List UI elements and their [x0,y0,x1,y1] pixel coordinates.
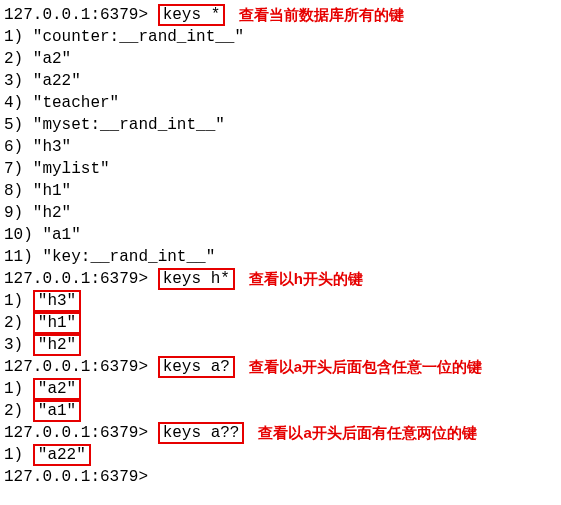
terminal-line: 127.0.0.1:6379> [4,466,557,488]
result-line: 10) "a1" [4,224,557,246]
prompt: 127.0.0.1:6379> [4,468,148,486]
boxed-command-keys-a2: keys a?? [158,422,245,444]
prompt: 127.0.0.1:6379> [4,358,148,376]
boxed-value: "h2" [33,334,81,356]
comment-keys-h: 查看以h开头的键 [249,268,363,290]
prompt: 127.0.0.1:6379> [4,6,148,24]
result-line: 6) "h3" [4,136,557,158]
boxed-command-keys-a1: keys a? [158,356,235,378]
result-line: 11) "key:__rand_int__" [4,246,557,268]
comment-keys-a2: 查看以a开头后面有任意两位的键 [258,422,476,444]
result-line: 4) "teacher" [4,92,557,114]
boxed-value: "a1" [33,400,81,422]
terminal-line: 127.0.0.1:6379> keys a?查看以a开头后面包含任意一位的键 [4,356,557,378]
prompt: 127.0.0.1:6379> [4,424,148,442]
terminal-line: 127.0.0.1:6379> keys h*查看以h开头的键 [4,268,557,290]
result-line: 1) "a22" [4,444,557,466]
result-line: 2) "a1" [4,400,557,422]
boxed-value: "h1" [33,312,81,334]
result-line: 7) "mylist" [4,158,557,180]
result-line: 2) "h1" [4,312,557,334]
result-line: 3) "a22" [4,70,557,92]
boxed-value: "a22" [33,444,91,466]
result-line: 1) "a2" [4,378,557,400]
result-line: 5) "myset:__rand_int__" [4,114,557,136]
boxed-command-keys-all: keys * [158,4,226,26]
result-line: 1) "counter:__rand_int__" [4,26,557,48]
terminal-line: 127.0.0.1:6379> keys *查看当前数据库所有的键 [4,4,557,26]
prompt: 127.0.0.1:6379> [4,270,148,288]
result-line: 3) "h2" [4,334,557,356]
comment-keys-a1: 查看以a开头后面包含任意一位的键 [249,356,482,378]
comment-keys-all: 查看当前数据库所有的键 [239,4,404,26]
boxed-value: "h3" [33,290,81,312]
boxed-value: "a2" [33,378,81,400]
terminal-line: 127.0.0.1:6379> keys a??查看以a开头后面有任意两位的键 [4,422,557,444]
result-line: 8) "h1" [4,180,557,202]
result-line: 2) "a2" [4,48,557,70]
result-line: 1) "h3" [4,290,557,312]
result-line: 9) "h2" [4,202,557,224]
boxed-command-keys-h: keys h* [158,268,235,290]
